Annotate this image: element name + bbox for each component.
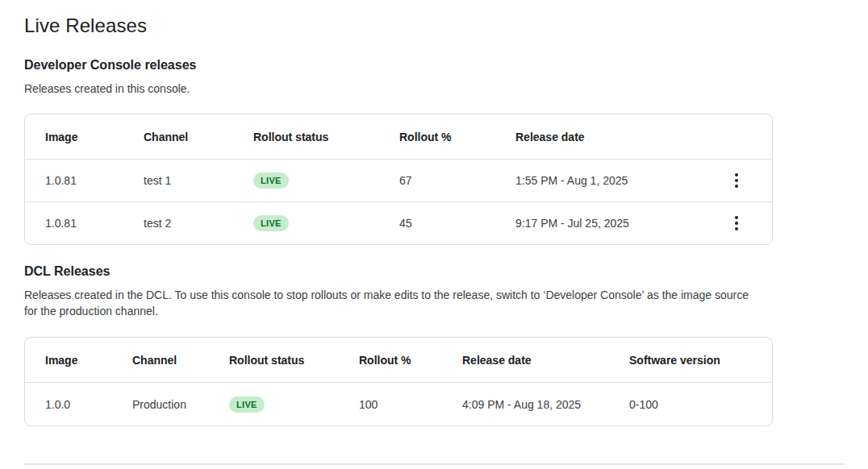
cell-channel: Production — [132, 398, 229, 411]
developer-console-section: Developer Console releases Releases crea… — [24, 58, 844, 245]
kebab-menu-icon — [735, 173, 738, 188]
developer-console-heading: Developer Console releases — [24, 58, 844, 73]
cell-rollout-percent: 100 — [359, 398, 462, 411]
cell-image: 1.0.81 — [45, 174, 144, 187]
column-header-software-version: Software version — [629, 354, 759, 367]
developer-console-releases-table: Image Channel Rollout status Rollout % R… — [24, 114, 773, 245]
table-header-row: Image Channel Rollout status Rollout % R… — [25, 338, 772, 382]
cell-rollout-percent: 67 — [399, 174, 515, 187]
cell-release-date: 9:17 PM - Jul 25, 2025 — [515, 217, 714, 230]
row-actions-button[interactable] — [722, 166, 751, 195]
column-header-rollout-status: Rollout status — [253, 131, 399, 143]
column-header-rollout-percent: Rollout % — [359, 354, 462, 367]
column-header-channel: Channel — [132, 354, 229, 367]
dcl-releases-table: Image Channel Rollout status Rollout % R… — [24, 337, 773, 426]
cell-channel: test 1 — [144, 174, 253, 187]
cell-actions — [714, 166, 759, 195]
dcl-section: DCL Releases Releases created in the DCL… — [24, 264, 844, 426]
cell-software-version: 0-100 — [629, 398, 759, 411]
cell-rollout-status: LIVE — [229, 396, 359, 413]
table-row: 1.0.81 test 1 LIVE 67 1:55 PM - Aug 1, 2… — [25, 159, 772, 201]
status-badge: LIVE — [253, 215, 289, 231]
cell-image: 1.0.81 — [45, 217, 144, 230]
status-badge: LIVE — [229, 396, 265, 413]
table-row: 1.0.81 test 2 LIVE 45 9:17 PM - Jul 25, … — [25, 201, 772, 244]
column-header-release-date: Release date — [515, 131, 714, 143]
column-header-rollout-status: Rollout status — [229, 354, 359, 367]
column-header-image: Image — [45, 131, 144, 143]
cell-rollout-status: LIVE — [253, 215, 399, 231]
table-row: 1.0.0 Production LIVE 100 4:09 PM - Aug … — [25, 382, 772, 425]
cell-rollout-percent: 45 — [399, 217, 515, 230]
row-actions-button[interactable] — [722, 209, 751, 238]
column-header-rollout-percent: Rollout % — [399, 131, 515, 143]
dcl-description: Releases created in the DCL. To use this… — [24, 287, 760, 319]
cell-rollout-status: LIVE — [253, 172, 399, 189]
column-header-channel: Channel — [144, 131, 253, 143]
footer-divider — [24, 463, 844, 465]
dcl-heading: DCL Releases — [24, 264, 844, 279]
main-content: Live Releases Developer Console releases… — [0, 0, 868, 426]
page-title: Live Releases — [24, 15, 844, 37]
status-badge: LIVE — [253, 172, 289, 189]
cell-release-date: 4:09 PM - Aug 18, 2025 — [462, 398, 629, 411]
table-header-row: Image Channel Rollout status Rollout % R… — [25, 114, 772, 159]
cell-image: 1.0.0 — [45, 398, 132, 411]
cell-channel: test 2 — [144, 217, 253, 230]
column-header-release-date: Release date — [462, 354, 629, 367]
cell-actions — [714, 209, 759, 238]
column-header-image: Image — [45, 354, 132, 367]
cell-release-date: 1:55 PM - Aug 1, 2025 — [515, 174, 714, 187]
kebab-menu-icon — [735, 216, 738, 230]
developer-console-description: Releases created in this console. — [24, 81, 760, 97]
